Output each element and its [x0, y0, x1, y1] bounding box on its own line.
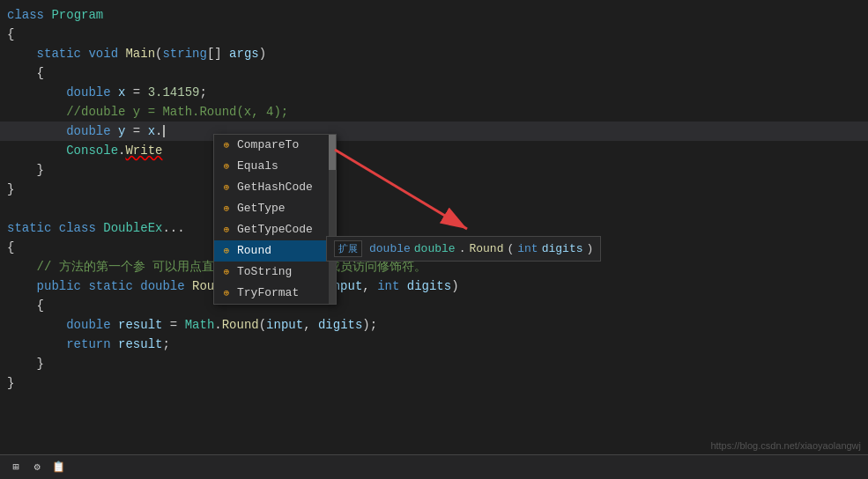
- ac-item-gethashcode[interactable]: ⊕ GetHashCode: [214, 177, 336, 198]
- code-line-19: }: [0, 354, 868, 373]
- method-icon: ⊕: [219, 202, 234, 216]
- method-icon: ⊕: [219, 265, 234, 279]
- ac-item-gettypecode[interactable]: ⊕ GetTypeCode: [214, 219, 336, 240]
- bottom-toolbar: ⊞ ⚙ 📋: [0, 454, 868, 479]
- ac-item-round[interactable]: ⊕ Round: [214, 240, 336, 262]
- ac-item-tryformat[interactable]: ⊕ TryFormat: [214, 283, 336, 304]
- autocomplete-dropdown[interactable]: ⊕ CompareTo ⊕ Equals ⊕ GetHashCode ⊕ Get…: [213, 134, 337, 305]
- gear-icon[interactable]: ⚙: [28, 459, 46, 476]
- code-line-17: double result = Math.Round(input, digits…: [0, 315, 868, 335]
- method-icon: ⊕: [219, 181, 234, 195]
- tooltip-type: double: [414, 242, 456, 255]
- class-name: Program: [51, 5, 103, 25]
- add-icon[interactable]: ⊞: [7, 459, 25, 476]
- code-line-16: {: [0, 296, 868, 315]
- code-line-3: static void Main(string[] args): [0, 44, 868, 63]
- code-line-10: }: [0, 180, 868, 199]
- tooltip-paren-close: ): [586, 242, 593, 255]
- keyword-class: class: [7, 5, 51, 25]
- tooltip-tag: 扩展: [334, 240, 362, 257]
- ac-label: Equals: [237, 158, 278, 175]
- tooltip-param-type: int: [517, 242, 538, 255]
- text-cursor: [163, 125, 165, 137]
- code-line-2: {: [0, 25, 868, 44]
- tooltip-param-name: digits: [542, 242, 583, 255]
- code-line-1: class Program: [0, 5, 868, 25]
- ac-label: CompareTo: [237, 136, 299, 154]
- autocomplete-scrollbar[interactable]: [329, 135, 336, 304]
- watermark: https://blog.csdn.net/xiaoyaolangwj: [710, 440, 861, 451]
- code-line-5: double x = 3.14159;: [0, 83, 868, 102]
- code-line-9: }: [0, 160, 868, 180]
- ac-label: GetTypeCode: [237, 221, 313, 239]
- options-icon[interactable]: 📋: [49, 459, 67, 476]
- method-icon: ⊕: [219, 286, 234, 300]
- ac-label: GetHashCode: [237, 179, 313, 196]
- code-line-7: double y = x.: [0, 122, 868, 141]
- code-line-4: {: [0, 63, 868, 83]
- code-line-6: //double y = Math.Round(x, 4);: [0, 102, 868, 122]
- code-line-20: }: [0, 373, 868, 393]
- tooltip-dot: .: [459, 242, 466, 255]
- tooltip-method: Round: [469, 242, 503, 255]
- ac-label: GetType: [237, 200, 286, 217]
- ac-item-gettype[interactable]: ⊕ GetType: [214, 198, 336, 219]
- method-icon: ⊕: [219, 223, 234, 237]
- ac-label: Round: [237, 242, 271, 260]
- ac-item-equals[interactable]: ⊕ Equals: [214, 156, 336, 177]
- ac-label: ToString: [237, 263, 292, 281]
- ac-item-tostring[interactable]: ⊕ ToString: [214, 262, 336, 283]
- code-line-12: static class DoubleEx...: [0, 218, 868, 238]
- ac-label: TryFormat: [237, 284, 299, 302]
- tooltip-return-type: double: [369, 242, 411, 255]
- autocomplete-tooltip: 扩展 double double . Round ( int digits ): [326, 236, 601, 262]
- code-line-8: Console.Write: [0, 141, 868, 160]
- method-icon: ⊕: [219, 159, 234, 173]
- code-line-15: public static double Round(this double i…: [0, 276, 868, 296]
- method-icon: ⊕: [219, 244, 234, 258]
- method-icon: ⊕: [219, 138, 234, 152]
- code-line-18: return result;: [0, 335, 868, 354]
- code-line-11: [0, 199, 868, 218]
- tooltip-paren-open: (: [507, 242, 514, 255]
- ac-item-compareto[interactable]: ⊕ CompareTo: [214, 135, 336, 156]
- scrollbar-thumb[interactable]: [329, 135, 336, 170]
